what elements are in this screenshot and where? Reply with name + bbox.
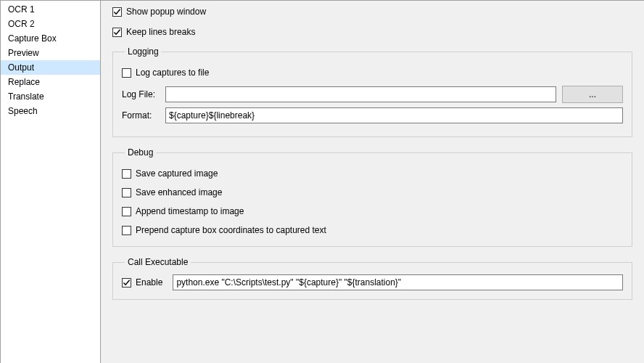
debug-legend: Debug bbox=[125, 147, 156, 158]
log-file-row: Log File: ... bbox=[122, 86, 623, 103]
sidebar-item-preview[interactable]: Preview bbox=[1, 46, 100, 60]
enable-exec-wrap: Enable bbox=[122, 277, 162, 288]
prepend-coords-checkbox[interactable] bbox=[122, 226, 131, 235]
sidebar-item-ocr2[interactable]: OCR 2 bbox=[1, 17, 100, 31]
save-captured-row: Save captured image bbox=[122, 168, 623, 179]
sidebar-item-ocr1[interactable]: OCR 1 bbox=[1, 2, 100, 17]
log-file-browse-button[interactable]: ... bbox=[562, 86, 623, 103]
call-executable-row: Enable bbox=[122, 274, 623, 290]
settings-sidebar: OCR 1 OCR 2 Capture Box Preview Output R… bbox=[1, 1, 101, 363]
call-executable-legend: Call Executable bbox=[125, 257, 191, 267]
sidebar-item-speech[interactable]: Speech bbox=[1, 104, 100, 118]
prepend-coords-row: Prepend capture box coordinates to captu… bbox=[122, 224, 623, 236]
log-captures-label: Log captures to file bbox=[136, 67, 209, 78]
save-captured-checkbox[interactable] bbox=[122, 169, 131, 179]
show-popup-row: Show popup window bbox=[112, 6, 632, 17]
exec-command-input[interactable] bbox=[173, 274, 623, 290]
logging-group: Logging Log captures to file Log File: .… bbox=[112, 46, 632, 137]
log-captures-checkbox[interactable] bbox=[122, 68, 131, 78]
log-file-input[interactable] bbox=[165, 86, 556, 102]
settings-window: OCR 1 OCR 2 Capture Box Preview Output R… bbox=[0, 0, 644, 363]
debug-group: Debug Save captured image Save enhanced … bbox=[112, 147, 632, 247]
save-enhanced-checkbox[interactable] bbox=[122, 188, 131, 197]
append-ts-checkbox[interactable] bbox=[122, 207, 131, 216]
enable-exec-label: Enable bbox=[136, 277, 162, 288]
sidebar-item-translate[interactable]: Translate bbox=[1, 89, 100, 104]
keep-lines-row: Keep lines breaks bbox=[112, 26, 632, 38]
enable-exec-checkbox[interactable] bbox=[122, 278, 131, 287]
show-popup-checkbox[interactable] bbox=[112, 7, 122, 17]
keep-lines-label: Keep lines breaks bbox=[126, 26, 195, 38]
sidebar-item-output[interactable]: Output bbox=[1, 60, 100, 75]
sidebar-item-capture-box[interactable]: Capture Box bbox=[1, 31, 100, 46]
log-file-label: Log File: bbox=[122, 89, 160, 99]
format-input[interactable] bbox=[165, 107, 623, 123]
keep-lines-checkbox[interactable] bbox=[112, 28, 122, 37]
call-executable-group: Call Executable Enable bbox=[112, 257, 632, 300]
append-ts-row: Append timestamp to image bbox=[122, 205, 623, 217]
show-popup-label: Show popup window bbox=[126, 6, 206, 17]
output-settings-panel: Show popup window Keep lines breaks Logg… bbox=[101, 1, 644, 363]
prepend-coords-label: Prepend capture box coordinates to captu… bbox=[136, 224, 326, 236]
append-ts-label: Append timestamp to image bbox=[136, 205, 244, 217]
format-label: Format: bbox=[122, 110, 160, 121]
save-captured-label: Save captured image bbox=[136, 168, 218, 179]
log-captures-row: Log captures to file bbox=[122, 67, 623, 78]
sidebar-item-replace[interactable]: Replace bbox=[1, 75, 100, 89]
save-enhanced-label: Save enhanced image bbox=[136, 187, 222, 198]
format-row: Format: bbox=[122, 107, 623, 123]
logging-legend: Logging bbox=[125, 46, 162, 57]
save-enhanced-row: Save enhanced image bbox=[122, 187, 623, 198]
